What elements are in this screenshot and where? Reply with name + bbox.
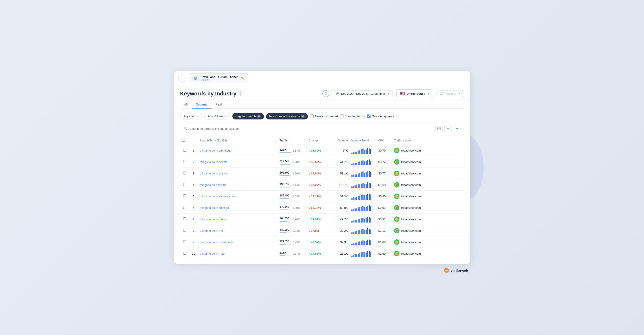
- search-term-link[interactable]: things to do in nyc: [200, 229, 224, 232]
- change-value: ↓ 37.22%: [309, 183, 321, 186]
- trend-bar: [367, 217, 368, 222]
- date-range-button[interactable]: Dec 2020 - Nov 2021 (12 Months) ▼: [333, 90, 393, 97]
- trend-bar: [361, 172, 362, 177]
- trend-bar: [358, 184, 359, 188]
- settings-button[interactable]: [444, 125, 452, 132]
- trend-bar: [359, 230, 360, 234]
- leader-header[interactable]: Traffic Leader: [392, 136, 464, 145]
- newly-discovered-filter[interactable]: Newly discovered: [310, 114, 338, 118]
- tab-organic[interactable]: Organic: [192, 100, 212, 109]
- trending-terms-filter[interactable]: Trending terms: [340, 114, 365, 118]
- search-term-link[interactable]: things to do in seattle: [200, 160, 228, 164]
- trend-bar: [364, 150, 365, 154]
- search-term-link[interactable]: things to do in maui: [200, 252, 225, 255]
- tab-paid[interactable]: Paid: [212, 100, 226, 109]
- traffic-cell: 206.9K 1.20%: [278, 168, 307, 179]
- search-term-cell: things to do in seattle: [198, 156, 278, 168]
- tab-all[interactable]: All: [180, 100, 192, 109]
- row-checkbox[interactable]: [183, 183, 186, 186]
- cpc-cell: $1.00: [376, 236, 392, 248]
- row-checkbox[interactable]: [183, 240, 186, 243]
- trend-chart: [352, 170, 375, 177]
- volume-cell: 44.7K: [332, 156, 350, 168]
- search-term-header[interactable]: Search Term (21,374): [198, 136, 278, 145]
- row-checkbox[interactable]: [183, 252, 186, 254]
- trend-bar: [366, 172, 367, 177]
- change-arrow-icon: ↓: [309, 172, 310, 175]
- change-arrow-icon: ↑: [309, 149, 310, 152]
- search-term-link[interactable]: things to do in san francisco: [200, 195, 236, 198]
- change-cell: ↓ 3.95%: [307, 225, 332, 236]
- volume-filter[interactable]: Any Volume ▼: [204, 113, 230, 120]
- row-number: 1: [189, 145, 198, 156]
- info-icon[interactable]: ℹ: [239, 92, 243, 96]
- row-number: 7: [189, 214, 198, 225]
- search-term-link[interactable]: things to do in boston: [200, 172, 228, 175]
- trend-bar: [352, 209, 352, 211]
- change-arrow-icon: ↑: [309, 218, 310, 221]
- change-value: ↑ 43.57%: [309, 240, 321, 244]
- search-term-link[interactable]: things to do in los angeles: [200, 240, 234, 244]
- cpc-cell: $1.68: [376, 179, 392, 191]
- row-checkbox-cell: [180, 191, 189, 202]
- trend-bar: [361, 195, 362, 200]
- trend-bar: [358, 219, 359, 222]
- row-checkbox[interactable]: [183, 194, 186, 197]
- cpc-filter[interactable]: Any CPC ▼: [180, 113, 202, 120]
- search-type-close-icon[interactable]: ✕: [257, 114, 261, 118]
- newly-discovered-checkbox[interactable]: [310, 114, 314, 118]
- row-checkbox[interactable]: [183, 172, 186, 174]
- trend-header[interactable]: Volume Trend: [350, 136, 376, 145]
- country-selector[interactable]: 🇺🇸 United States ▼: [396, 89, 433, 98]
- leader-cell: 😊 tripadvisor.com: [392, 225, 464, 236]
- search-input[interactable]: [190, 127, 436, 130]
- keywords-type-close-icon[interactable]: ✕: [301, 114, 305, 118]
- cpc-header[interactable]: CPC: [376, 136, 392, 145]
- volume-cell: 57K: [332, 145, 350, 156]
- question-queries-checkbox[interactable]: [367, 114, 370, 118]
- search-term-link[interactable]: things to do in miami: [200, 218, 226, 221]
- change-arrow-icon: ↑: [309, 252, 310, 255]
- export-button[interactable]: [436, 125, 442, 132]
- trending-terms-checkbox[interactable]: [340, 114, 344, 118]
- breadcrumb-tab[interactable]: 🏢 Travel and Tourism - Other Industry ✏️: [189, 74, 248, 83]
- page-title-group: Keywords by Industry ℹ: [180, 90, 243, 97]
- row-checkbox[interactable]: [183, 229, 186, 232]
- edit-icon[interactable]: ✏️: [241, 76, 244, 80]
- sort-icon: ↓: [289, 139, 290, 142]
- change-label: Change: [309, 139, 319, 142]
- help-button[interactable]: ?: [322, 90, 329, 97]
- back-button[interactable]: ←: [178, 74, 186, 82]
- volume-header[interactable]: Volume: [332, 136, 350, 145]
- traffic-value: 129.7K: [280, 240, 289, 243]
- trend-bar: [358, 242, 359, 246]
- keywords-type-filter[interactable]: Non-Branded keywords ✕: [266, 113, 308, 120]
- leader-cell: 😊 tripadvisor.com: [392, 191, 464, 202]
- device-selector[interactable]: Desktop ▼: [436, 90, 464, 97]
- search-type-filter[interactable]: Regular Search ✕: [232, 113, 264, 120]
- trend-bar: [370, 218, 372, 222]
- table-row: 4 things to do near me 196.7K 1.14%: [180, 179, 464, 191]
- row-checkbox[interactable]: [183, 160, 186, 163]
- add-button[interactable]: +: [453, 125, 460, 132]
- row-checkbox[interactable]: [183, 149, 186, 152]
- change-header[interactable]: Change: [307, 136, 332, 145]
- table-row: 2 things to do in seattle 219.5K 1.28%: [180, 156, 464, 168]
- search-term-link[interactable]: things to do in san diego: [200, 149, 232, 152]
- cpc-cell: $1.69: [376, 248, 392, 259]
- svg-rect-0: [336, 93, 339, 95]
- row-checkbox[interactable]: [183, 206, 186, 209]
- leader-icon: 😊: [394, 148, 400, 153]
- trend-bar: [359, 150, 360, 154]
- traffic-header[interactable]: Traffic ↓: [278, 136, 307, 145]
- row-checkbox[interactable]: [183, 217, 186, 220]
- trend-bar: [354, 254, 356, 257]
- trend-cell: [350, 191, 376, 202]
- trend-bar: [353, 186, 354, 188]
- change-cell: ↓ 35.67%: [307, 156, 332, 168]
- search-term-link[interactable]: things to do in chicago: [200, 206, 229, 210]
- select-all-checkbox[interactable]: [182, 139, 185, 142]
- search-term-link[interactable]: things to do near me: [200, 183, 226, 186]
- search-icon: 🔍: [184, 127, 187, 130]
- question-queries-filter[interactable]: Question queries: [367, 114, 394, 118]
